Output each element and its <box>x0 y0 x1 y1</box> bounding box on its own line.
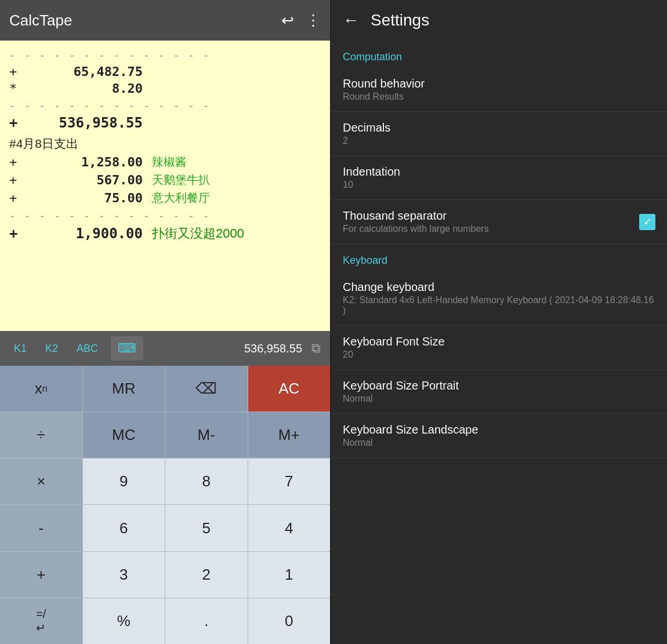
settings-content[interactable]: Computation Round behavior Round Results… <box>331 41 667 644</box>
calculator-panel: CalcTape ↩ ⋮ - - - - - - - - - - - - - -… <box>0 0 330 644</box>
thousand-separator-title: Thousand separator <box>343 209 639 223</box>
calc-tape: - - - - - - - - - - - - - - + 65,482.75 … <box>0 41 330 331</box>
key-mr[interactable]: MR <box>83 366 165 412</box>
separator-2: - - - - - - - - - - - - - - <box>9 97 321 114</box>
toolbar-value: 536,958.55 <box>147 342 307 355</box>
key-8[interactable]: 8 <box>165 459 248 504</box>
key-minus[interactable]: - <box>0 505 82 551</box>
key-divide[interactable]: ÷ <box>0 412 82 458</box>
key-percent[interactable]: % <box>83 598 165 644</box>
decimals-title: Decimals <box>343 121 655 134</box>
tape-row-total2: + 1,900.00 扑街又没超2000 <box>9 224 321 243</box>
separator-3: - - - - - - - - - - - - - - <box>9 207 321 224</box>
key-7[interactable]: 7 <box>248 459 331 504</box>
indentation-title: Indentation <box>343 165 655 179</box>
header-icons: ↩ ⋮ <box>281 12 321 30</box>
keyboard-size-portrait-subtitle: Normal <box>343 394 655 404</box>
settings-item-thousand-separator[interactable]: Thousand separator For calculations with… <box>331 200 667 244</box>
section-keyboard-label: Keyboard <box>331 244 667 271</box>
tab-abc[interactable]: ABC <box>67 338 107 359</box>
tape-row-1: + 65,482.75 <box>9 63 321 80</box>
back-button[interactable]: ← <box>343 11 359 30</box>
calc-keyboard: xn MR ⌫ AC ÷ MC M- M+ × 9 8 7 - 6 5 4 + … <box>0 366 330 644</box>
section-computation-label: Computation <box>331 41 667 68</box>
tape-section-label: #4月8日支出 <box>9 132 321 153</box>
thousand-separator-checkbox[interactable]: ✓ <box>639 214 655 230</box>
key-0[interactable]: 0 <box>248 598 331 644</box>
calc-header: CalcTape ↩ ⋮ <box>0 0 330 41</box>
settings-title: Settings <box>371 11 429 30</box>
keyboard-size-landscape-title: Keyboard Size Landscape <box>343 423 655 436</box>
key-mc[interactable]: MC <box>83 412 165 458</box>
key-multiply[interactable]: × <box>0 459 82 504</box>
round-behavior-title: Round behavior <box>343 77 655 90</box>
thousand-separator-subtitle: For calculations with large numbers <box>343 224 639 234</box>
key-2[interactable]: 2 <box>165 552 248 598</box>
key-6[interactable]: 6 <box>83 505 165 551</box>
decimals-subtitle: 2 <box>343 136 655 146</box>
keyboard-size-landscape-subtitle: Normal <box>343 438 655 448</box>
key-5[interactable]: 5 <box>165 505 248 551</box>
settings-panel: ← Settings Computation Round behavior Ro… <box>331 0 667 644</box>
round-behavior-subtitle: Round Results <box>343 92 655 102</box>
key-1[interactable]: 1 <box>248 552 331 598</box>
key-backspace[interactable]: ⌫ <box>165 366 248 412</box>
settings-item-decimals[interactable]: Decimals 2 <box>331 112 667 156</box>
tape-row-2: * 8.20 <box>9 80 321 97</box>
key-dot[interactable]: . <box>165 598 248 644</box>
more-icon[interactable]: ⋮ <box>306 12 321 30</box>
settings-item-round-behavior[interactable]: Round behavior Round Results <box>331 68 667 112</box>
keyboard-font-size-subtitle: 20 <box>343 350 655 360</box>
change-keyboard-title: Change keyboard <box>343 281 655 294</box>
tape-row-5: + 567.00 天鹅堡牛扒 <box>9 171 321 189</box>
key-mminus[interactable]: M- <box>165 412 248 458</box>
tab-k1[interactable]: K1 <box>5 338 36 359</box>
settings-item-keyboard-size-landscape[interactable]: Keyboard Size Landscape Normal <box>331 414 667 458</box>
indentation-subtitle: 10 <box>343 180 655 190</box>
key-9[interactable]: 9 <box>83 459 165 504</box>
key-ac[interactable]: AC <box>248 366 331 412</box>
tab-k2[interactable]: K2 <box>36 338 67 359</box>
keyboard-size-portrait-title: Keyboard Size Portrait <box>343 379 655 392</box>
keyboard-icon[interactable]: ⌨ <box>111 336 143 361</box>
keyboard-font-size-title: Keyboard Font Size <box>343 335 655 348</box>
copy-icon[interactable]: ⧉ <box>307 339 325 358</box>
key-equals[interactable]: =/↵ <box>0 598 82 644</box>
separator-1: - - - - - - - - - - - - - - <box>9 46 321 63</box>
settings-item-change-keyboard[interactable]: Change keyboard K2: Standard 4x6 Left-Ha… <box>331 271 667 326</box>
settings-item-indentation[interactable]: Indentation 10 <box>331 156 667 200</box>
key-4[interactable]: 4 <box>248 505 331 551</box>
change-keyboard-subtitle: K2: Standard 4x6 Left-Handed Memory Keyb… <box>343 295 655 316</box>
key-mplus[interactable]: M+ <box>248 412 331 458</box>
calc-toolbar: K1 K2 ABC ⌨ 536,958.55 ⧉ <box>0 331 330 366</box>
key-plus[interactable]: + <box>0 552 82 598</box>
key-xn[interactable]: xn <box>0 366 82 412</box>
settings-item-keyboard-size-portrait[interactable]: Keyboard Size Portrait Normal <box>331 370 667 414</box>
calc-title: CalcTape <box>9 12 72 30</box>
tape-row-4: + 1,258.00 辣椒酱 <box>9 153 321 171</box>
settings-header: ← Settings <box>331 0 667 41</box>
tape-row-total1: + 536,958.55 <box>9 114 321 132</box>
settings-item-keyboard-font-size[interactable]: Keyboard Font Size 20 <box>331 326 667 370</box>
tape-row-6: + 75.00 意大利餐厅 <box>9 189 321 207</box>
undo-icon[interactable]: ↩ <box>281 12 294 30</box>
key-3[interactable]: 3 <box>83 552 165 598</box>
